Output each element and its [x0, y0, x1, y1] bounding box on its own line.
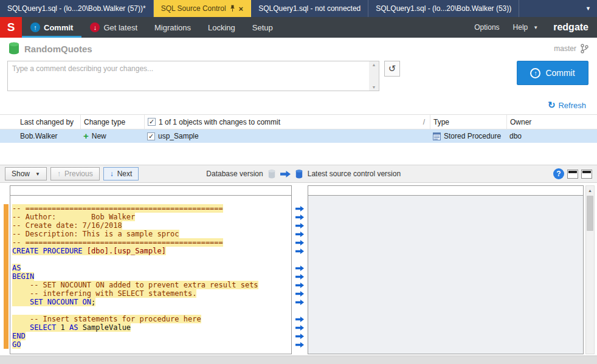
source-control-version-icon [295, 170, 303, 179]
copy-change-arrow-icon[interactable] [295, 323, 304, 332]
object-header: RandomQuotes master [0, 38, 597, 60]
diff-scrollbar[interactable]: ▲ [585, 185, 595, 354]
diff-left-content: ​-- ====================================… [10, 196, 291, 354]
nav-commit-label: Commit [44, 23, 73, 32]
show-dropdown-button[interactable]: Show ▼ [5, 167, 47, 180]
code-line: ​ [10, 306, 291, 315]
scroll-up-icon[interactable]: ▲ [588, 186, 592, 194]
tab-sqlquery-57[interactable]: SQLQuery1.sql - (lo...20\Bob.Walker (57)… [0, 0, 154, 17]
object-checkbox[interactable]: ✓ [147, 132, 155, 140]
scrollbar-thumb[interactable] [587, 196, 593, 231]
options-button[interactable]: Options [468, 23, 506, 32]
code-line: GO [10, 340, 291, 349]
tab-sql-source-control[interactable]: SQL Source Control × [154, 0, 252, 17]
redgate-navbar: S ↑ Commit ↓ Get latest Migrations Locki… [0, 17, 597, 38]
row-last-changed-by: Bob.Walker [17, 129, 80, 143]
help-menu-button[interactable]: Help ▼ [506, 23, 545, 32]
nav-tab-setup[interactable]: Setup [244, 17, 281, 38]
copy-change-arrow-icon[interactable] [295, 230, 304, 238]
code-line: SELECT 1 AS SampleValue [10, 323, 291, 332]
pin-icon[interactable] [230, 5, 235, 12]
code-line: -- Description: This is a sample sproc [10, 230, 291, 238]
diff-change-marker [4, 204, 9, 349]
nav-tab-get-latest[interactable]: ↓ Get latest [81, 17, 146, 38]
git-branch-icon [580, 44, 588, 53]
column-change-type[interactable]: Change type [80, 115, 144, 129]
diff-overview-strip[interactable] [4, 185, 9, 354]
tab-label: SQL Source Control [161, 4, 226, 13]
copy-change-arrow-icon[interactable] [295, 340, 304, 349]
nav-tab-migrations[interactable]: Migrations [146, 17, 199, 38]
close-icon[interactable]: × [239, 4, 244, 13]
comment-history-button[interactable]: ↺ [384, 61, 400, 77]
copy-change-arrow-icon[interactable] [295, 332, 304, 340]
copy-change-arrow-icon[interactable] [295, 315, 304, 323]
refresh-button[interactable]: ↻ Refresh [548, 100, 586, 111]
commit-button[interactable]: ↑ Commit [517, 61, 588, 85]
header-gutter [0, 115, 17, 129]
code-line: -- interfering with SELECT statements. [10, 289, 291, 298]
previous-label: Previous [64, 170, 93, 178]
column-owner[interactable]: Owner [506, 115, 597, 129]
table-header-row: Last changed by Change type ✓ 1 of 1 obj… [0, 115, 597, 129]
branch-indicator: master [554, 44, 588, 53]
code-line: ​ [10, 255, 291, 264]
code-line: ​ [10, 196, 291, 204]
navbar-right: Options Help ▼ redgate [468, 17, 597, 38]
copy-change-arrow-icon[interactable] [295, 213, 304, 221]
copy-change-arrow-icon[interactable] [295, 264, 304, 272]
column-objects[interactable]: ✓ 1 of 1 objects with changes to commit … [144, 115, 430, 129]
copy-change-arrow-icon[interactable] [295, 221, 304, 230]
copy-change-arrow-icon[interactable] [295, 289, 304, 298]
type-label: Stored Procedure [444, 132, 501, 140]
tab-sqlquery-notconnected[interactable]: SQLQuery1.sql - not connected [251, 0, 368, 17]
nav-tab-locking[interactable]: Locking [199, 17, 244, 38]
commit-button-label: Commit [545, 68, 575, 78]
table-row[interactable]: Bob.Walker + New ✓ usp_Sample Stored Pro… [0, 129, 597, 143]
copy-change-arrow-icon[interactable] [295, 238, 304, 247]
tab-sqlquery-53[interactable]: SQLQuery1.sql - (lo...20\Bob.Walker (53)… [368, 0, 519, 17]
layout-horizontal-button[interactable] [567, 170, 578, 179]
source-control-version-pane[interactable] [308, 185, 584, 354]
copy-change-arrow-icon[interactable] [295, 204, 304, 213]
previous-button[interactable]: ↑ Previous [50, 167, 100, 180]
status-bar [0, 355, 597, 364]
copy-change-arrow-icon[interactable] [295, 272, 304, 281]
copy-change-arrow-icon[interactable] [295, 247, 304, 255]
database-version-pane[interactable]: -- Stored Procedure ​-- ================… [10, 185, 292, 354]
tab-list-dropdown-icon[interactable]: ▼ [579, 0, 597, 17]
row-type: Stored Procedure [430, 129, 506, 143]
help-icon[interactable]: ? [553, 168, 564, 179]
copy-change-arrow-icon[interactable] [295, 298, 304, 306]
arrow-right-icon [280, 171, 291, 177]
database-version-label: Database version [206, 170, 263, 178]
layout-vertical-button[interactable] [581, 170, 592, 179]
code-line: END [10, 332, 291, 340]
copy-change-arrow-icon[interactable] [295, 281, 304, 289]
changes-table: Last changed by Change type ✓ 1 of 1 obj… [0, 114, 597, 143]
new-object-plus-icon: + [83, 132, 89, 140]
comment-box-wrapper: ▲ ▼ [7, 61, 379, 91]
page-title: RandomQuotes [24, 44, 92, 54]
nav-setup-label: Setup [252, 23, 273, 32]
get-latest-down-arrow-icon: ↓ [90, 22, 100, 32]
commit-panel: ▲ ▼ ↺ ↑ Commit [0, 60, 597, 94]
chevron-down-icon: ▼ [35, 171, 40, 177]
code-line: CREATE PROCEDURE [dbo].[usp_Sample] [10, 247, 291, 255]
nav-tab-commit[interactable]: ↑ Commit [22, 17, 81, 38]
code-line: SET NOCOUNT ON; [10, 298, 291, 306]
tab-label: SQLQuery1.sql - not connected [258, 4, 361, 13]
arrow-down-icon: ↓ [110, 170, 114, 178]
row-gutter [0, 129, 17, 143]
diff-right-content [308, 196, 583, 354]
next-button[interactable]: ↓ Next [103, 167, 139, 180]
column-last-changed-by[interactable]: Last changed by [17, 115, 80, 129]
latest-version-label: Latest source control version [308, 170, 401, 178]
code-line: BEGIN [10, 272, 291, 281]
row-change-type: + New [80, 129, 144, 143]
select-all-checkbox[interactable]: ✓ [148, 118, 156, 126]
commit-comment-input[interactable] [7, 61, 379, 91]
column-type[interactable]: Type [430, 115, 506, 129]
next-label: Next [117, 170, 133, 178]
help-label: Help [513, 23, 528, 32]
